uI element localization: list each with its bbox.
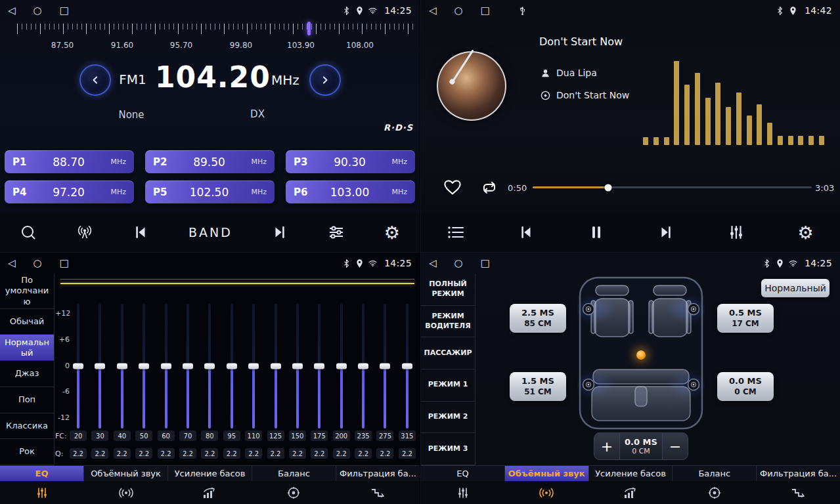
slider-handle[interactable] xyxy=(380,364,390,369)
slider-handle[interactable] xyxy=(271,364,281,369)
slider-handle[interactable] xyxy=(358,364,368,369)
q-value[interactable]: 2.2 xyxy=(267,448,284,459)
slider-handle[interactable] xyxy=(402,364,412,369)
playlist-button[interactable] xyxy=(447,224,464,241)
repeat-button[interactable] xyxy=(480,180,498,195)
back-button[interactable]: ◁ xyxy=(8,6,16,16)
fc-value[interactable]: 60 xyxy=(158,430,175,441)
tab-bass-button[interactable] xyxy=(168,481,252,504)
q-value[interactable]: 2.2 xyxy=(289,448,306,459)
audio-tab[interactable]: Фильтрация ба... xyxy=(757,466,840,481)
slider-handle[interactable] xyxy=(227,364,237,369)
slider-handle[interactable] xyxy=(336,364,347,369)
eq-band-slider[interactable] xyxy=(399,304,416,429)
fc-value[interactable]: 315 xyxy=(399,430,416,441)
q-value[interactable]: 2.2 xyxy=(223,448,240,459)
previous-button[interactable] xyxy=(132,224,149,241)
q-value[interactable]: 2.2 xyxy=(158,448,175,459)
tab-eq-button[interactable] xyxy=(421,481,505,504)
eq-band-slider[interactable] xyxy=(158,304,175,429)
recents-button[interactable]: □ xyxy=(481,259,490,268)
slider-handle[interactable] xyxy=(183,364,193,369)
eq-settings-button[interactable] xyxy=(328,224,345,241)
fc-value[interactable]: 275 xyxy=(376,430,393,441)
fc-value[interactable]: 20 xyxy=(70,430,87,441)
increase-delay-button[interactable]: + xyxy=(594,433,619,459)
slider-handle[interactable] xyxy=(204,364,215,369)
eq-band-slider[interactable] xyxy=(179,304,196,429)
q-value[interactable]: 2.2 xyxy=(91,448,108,459)
tab-balance-button[interactable] xyxy=(252,481,336,504)
eq-preset-item[interactable]: Поп xyxy=(0,387,54,413)
q-value[interactable]: 2.2 xyxy=(179,448,196,459)
fc-value[interactable]: 50 xyxy=(135,430,152,441)
home-button[interactable]: ○ xyxy=(33,6,42,16)
decrease-delay-button[interactable]: − xyxy=(663,433,688,459)
recents-button[interactable]: □ xyxy=(481,6,490,16)
listening-mode-item[interactable]: ПОЛНЫЙ РЕЖИМ xyxy=(421,274,475,306)
audio-tab[interactable]: Усиление басов xyxy=(589,466,673,481)
slider-handle[interactable] xyxy=(292,364,303,369)
fc-value[interactable]: 80 xyxy=(201,430,218,441)
q-value[interactable]: 2.2 xyxy=(311,448,328,459)
audio-tab[interactable]: Усиление басов xyxy=(168,466,252,481)
home-button[interactable]: ○ xyxy=(454,6,463,16)
next-button[interactable] xyxy=(271,224,288,241)
previous-button[interactable] xyxy=(518,224,535,241)
progress-thumb[interactable] xyxy=(604,184,611,191)
slider-handle[interactable] xyxy=(117,364,127,369)
q-value[interactable]: 2.2 xyxy=(355,448,372,459)
preset-button[interactable]: P1 88.70 MHz xyxy=(5,150,134,173)
eq-band-slider[interactable] xyxy=(311,304,328,429)
settings-button[interactable]: ⚙ xyxy=(797,224,813,242)
audio-tab[interactable]: EQ xyxy=(0,466,84,481)
frequency-scale[interactable]: 87.5091.6095.7099.80103.90108.00 xyxy=(17,24,414,52)
slider-handle[interactable] xyxy=(314,364,324,369)
front-right-delay[interactable]: 0.5 MS 17 CM xyxy=(717,304,774,333)
preset-button[interactable]: P2 89.50 MHz xyxy=(145,150,275,173)
eq-preset-item[interactable]: Обычай xyxy=(0,309,54,335)
eq-band-slider[interactable] xyxy=(333,304,350,429)
eq-band-slider[interactable] xyxy=(70,304,87,429)
slider-handle[interactable] xyxy=(248,364,259,369)
fc-value[interactable]: 150 xyxy=(289,430,306,441)
audio-tab[interactable]: Фильтрация ба... xyxy=(336,466,420,481)
eq-band-slider[interactable] xyxy=(91,304,108,429)
fc-value[interactable]: 110 xyxy=(245,430,262,441)
audio-tab[interactable]: Объёмный звук xyxy=(84,466,168,481)
slider-handle[interactable] xyxy=(73,364,83,369)
preset-button[interactable]: P5 102.50 MHz xyxy=(145,180,275,203)
slider-handle[interactable] xyxy=(95,364,105,369)
eq-preset-item[interactable]: Рок xyxy=(0,439,54,465)
q-value[interactable]: 2.2 xyxy=(201,448,218,459)
eq-band-slider[interactable] xyxy=(201,304,218,429)
back-button[interactable]: ◁ xyxy=(8,259,16,268)
audio-tab[interactable]: Баланс xyxy=(673,466,757,481)
recents-button[interactable]: □ xyxy=(60,259,69,268)
q-value[interactable]: 2.2 xyxy=(399,448,416,459)
eq-preset-item[interactable]: По умолчанию xyxy=(0,274,54,309)
slider-handle[interactable] xyxy=(139,364,149,369)
eq-band-slider[interactable] xyxy=(376,304,393,429)
eq-preset-item[interactable]: Нормальный xyxy=(0,335,54,361)
front-left-delay[interactable]: 2.5 MS 85 CM xyxy=(510,304,566,333)
audio-tab[interactable]: EQ xyxy=(421,466,505,481)
eq-preset-item[interactable]: Классика xyxy=(0,413,54,440)
eq-band-slider[interactable] xyxy=(267,304,284,429)
rear-right-delay[interactable]: 0.0 MS 0 CM xyxy=(717,372,774,401)
tab-surround-button[interactable] xyxy=(84,481,168,504)
seek-down-button[interactable] xyxy=(79,64,111,96)
q-value[interactable]: 2.2 xyxy=(376,448,393,459)
audio-tab[interactable]: Баланс xyxy=(252,466,336,481)
pause-button[interactable] xyxy=(588,224,605,241)
fc-value[interactable]: 95 xyxy=(223,430,240,441)
preset-button[interactable]: P3 90.30 MHz xyxy=(286,150,415,173)
progress-slider[interactable] xyxy=(533,186,812,188)
scan-search-button[interactable] xyxy=(20,224,37,241)
fc-value[interactable]: 125 xyxy=(267,430,284,441)
rear-left-delay[interactable]: 1.5 MS 51 CM xyxy=(510,372,566,401)
settings-button[interactable]: ⚙ xyxy=(384,224,400,242)
fc-value[interactable]: 40 xyxy=(114,430,131,441)
preset-button[interactable]: P4 97.20 MHz xyxy=(5,180,134,203)
broadcast-button[interactable] xyxy=(76,224,93,241)
